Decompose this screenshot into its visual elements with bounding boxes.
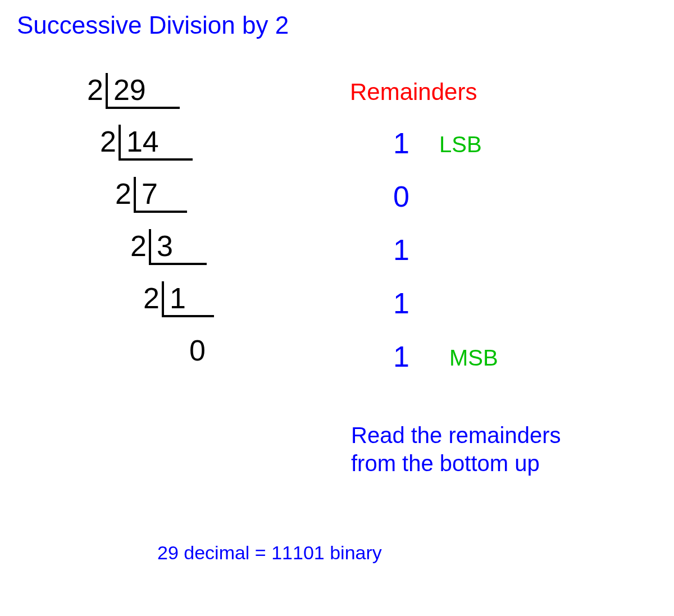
dividend-4: 1 [162,281,214,317]
remainder-2: 1 [393,233,409,267]
dividend-1: 14 [119,125,193,161]
instruction-line1: Read the remainders [351,421,561,449]
final-quotient: 0 [189,334,206,367]
remainder-4: 1 [393,340,409,373]
division-step-3: 23 [130,229,207,265]
divisor-4: 2 [143,281,160,315]
division-step-1: 214 [100,125,193,161]
remainder-1: 0 [393,180,409,213]
instruction-text: Read the remainders from the bottom up [351,421,561,477]
dividend-2: 7 [134,177,187,213]
divisor-1: 2 [100,125,116,158]
divisor-2: 2 [115,177,131,211]
result-text: 29 decimal = 11101 binary [157,542,382,564]
remainder-3: 1 [393,286,409,320]
page-title: Successive Division by 2 [17,11,289,39]
instruction-line2: from the bottom up [351,449,561,477]
remainders-header: Remainders [350,79,477,106]
msb-label: MSB [449,345,498,371]
divisor-3: 2 [130,229,147,263]
dividend-3: 3 [149,229,207,265]
division-step-2: 27 [115,177,187,213]
division-step-0: 229 [87,73,180,109]
dividend-0: 29 [106,73,180,109]
lsb-label: LSB [439,132,482,157]
remainder-0: 1 [393,126,409,160]
division-step-4: 21 [143,281,214,317]
divisor-0: 2 [87,73,103,107]
